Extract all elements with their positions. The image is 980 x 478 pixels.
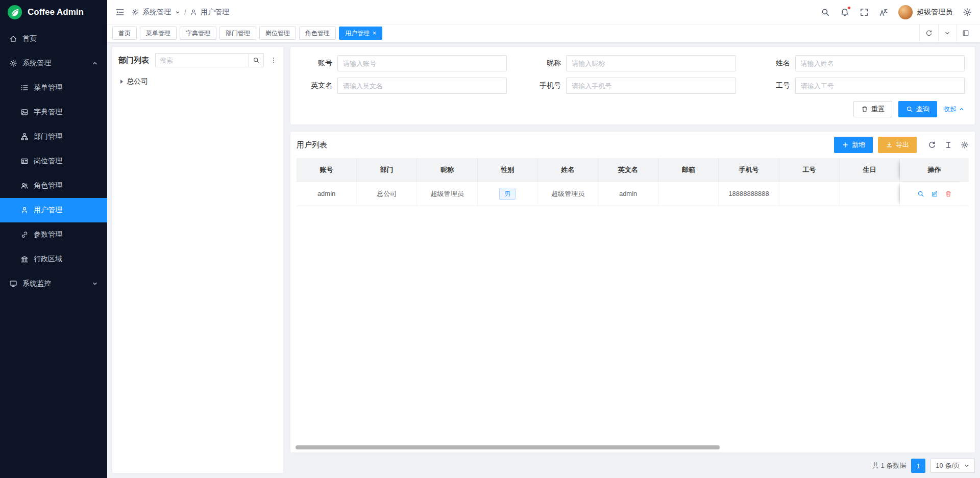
search-icon — [253, 57, 260, 64]
query-button-label: 查询 — [916, 105, 929, 114]
export-button[interactable]: 导出 — [878, 137, 917, 153]
add-user-button[interactable]: 新增 — [834, 137, 873, 153]
chevron-up-icon — [959, 106, 965, 112]
sidebar-menu: 首页 系统管理 菜单管理 字典管理 部门管理 — [0, 24, 107, 478]
breadcrumb-section[interactable]: 系统管理 — [142, 8, 171, 17]
caret-right-icon[interactable] — [120, 80, 123, 84]
app-root: Coffee Admin 首页 系统管理 菜单管理 字典管理 — [0, 0, 980, 478]
tab-department-management[interactable]: 部门管理 — [219, 27, 256, 40]
bank-icon — [20, 255, 29, 263]
sidebar-item-user-management[interactable]: 用户管理 — [0, 198, 107, 222]
cell-work-no — [779, 182, 840, 206]
refresh-icon[interactable] — [919, 24, 938, 42]
breadcrumb: 系统管理 / 用户管理 — [132, 8, 229, 17]
tab-menu-management[interactable]: 菜单管理 — [140, 27, 177, 40]
sidebar-item-label: 参数管理 — [34, 230, 62, 239]
cell-nickname: 超级管理员 — [417, 182, 477, 206]
user-table-card: 用户列表 新增 导出 — [290, 132, 975, 452]
form-actions: 重置 查询 收起 — [301, 101, 965, 117]
more-options-icon[interactable] — [270, 57, 277, 64]
field-label: 手机号 — [529, 81, 561, 90]
density-icon[interactable] — [944, 141, 952, 149]
form-item-phone: 手机号 — [529, 78, 736, 94]
fullscreen-icon[interactable] — [860, 8, 869, 17]
tab-role-management[interactable]: 角色管理 — [299, 27, 336, 40]
page-number-button[interactable]: 1 — [911, 459, 925, 473]
department-search — [155, 53, 264, 67]
sidebar-item-system-management[interactable]: 系统管理 — [0, 51, 107, 76]
sidebar-item-label: 首页 — [22, 34, 37, 43]
sidebar-item-administrative-region[interactable]: 行政区域 — [0, 247, 107, 271]
cell-email — [658, 182, 719, 206]
edit-icon[interactable] — [931, 190, 938, 197]
sidebar-item-role-management[interactable]: 角色管理 — [0, 173, 107, 198]
coffee-logo-icon — [7, 5, 22, 20]
tab-dictionary-management[interactable]: 字典管理 — [180, 27, 216, 40]
chevron-down-icon — [92, 281, 98, 287]
delete-icon[interactable] — [945, 190, 952, 197]
page-size-value: 10 条/页 — [936, 461, 960, 470]
tab-label: 首页 — [118, 29, 131, 38]
account-input[interactable] — [337, 55, 507, 71]
sidebar-item-system-monitor[interactable]: 系统监控 — [0, 271, 107, 296]
notification-bell-icon[interactable] — [840, 8, 849, 17]
view-details-icon[interactable] — [917, 190, 924, 197]
sidebar-item-label: 部门管理 — [34, 132, 62, 141]
page-size-select[interactable]: 10 条/页 — [930, 459, 975, 473]
cell-department: 总公司 — [357, 182, 417, 206]
settings-gear-icon[interactable] — [963, 8, 972, 17]
cell-operations — [900, 182, 969, 206]
cell-birthday — [840, 182, 900, 206]
sidebar-item-label: 岗位管理 — [34, 157, 62, 166]
sidebar-item-department-management[interactable]: 部门管理 — [0, 124, 107, 149]
horizontal-scrollbar[interactable] — [296, 445, 720, 449]
cell-name: 超级管理员 — [538, 182, 598, 206]
search-icon[interactable] — [821, 8, 830, 17]
name-input[interactable] — [795, 55, 965, 71]
query-button[interactable]: 查询 — [898, 101, 937, 117]
sidebar-item-post-management[interactable]: 岗位管理 — [0, 149, 107, 173]
nickname-input[interactable] — [566, 55, 736, 71]
tab-label: 部门管理 — [226, 29, 250, 38]
department-panel-header: 部门列表 — [118, 53, 277, 67]
tab-home[interactable]: 首页 — [112, 27, 137, 40]
gear-icon — [9, 59, 17, 67]
department-search-input[interactable] — [155, 53, 249, 67]
collapse-link[interactable]: 收起 — [943, 105, 965, 114]
department-panel-title: 部门列表 — [118, 56, 149, 65]
tree-node-head-office[interactable]: 总公司 — [118, 74, 277, 89]
user-icon — [20, 206, 29, 214]
tab-post-management[interactable]: 岗位管理 — [259, 27, 296, 40]
translate-icon[interactable] — [879, 8, 888, 17]
sidebar-item-menu-management[interactable]: 菜单管理 — [0, 76, 107, 100]
tab-close-icon[interactable]: × — [373, 30, 376, 36]
sidebar-item-home[interactable]: 首页 — [0, 27, 107, 51]
sidebar-collapse-icon[interactable] — [115, 8, 125, 17]
phone-input[interactable] — [566, 78, 736, 94]
sidebar-item-dictionary-management[interactable]: 字典管理 — [0, 100, 107, 124]
table-row[interactable]: admin 总公司 超级管理员 男 超级管理员 admin 1888888888… — [297, 182, 969, 206]
english-name-input[interactable] — [337, 78, 507, 94]
cell-english-name: admin — [598, 182, 658, 206]
reset-button[interactable]: 重置 — [853, 101, 892, 117]
tab-options-chevron-icon[interactable] — [938, 24, 956, 42]
work-no-input[interactable] — [795, 78, 965, 94]
layout-expand-icon[interactable] — [956, 24, 975, 42]
column-settings-gear-icon[interactable] — [961, 141, 969, 149]
field-label: 姓名 — [758, 59, 790, 68]
refresh-icon[interactable] — [928, 141, 936, 149]
tab-user-management[interactable]: 用户管理 × — [339, 27, 382, 40]
department-search-button[interactable] — [249, 53, 264, 67]
dictionary-icon — [20, 108, 29, 116]
user-icon — [190, 9, 197, 16]
right-column: 账号 昵称 姓名 英文名 — [290, 47, 975, 473]
user-menu[interactable]: 超级管理员 — [898, 5, 952, 19]
field-label: 英文名 — [301, 81, 332, 90]
collapse-link-label: 收起 — [943, 105, 957, 114]
table-title: 用户列表 — [297, 140, 327, 150]
column-header-email: 邮箱 — [658, 158, 719, 182]
sidebar-item-parameter-management[interactable]: 参数管理 — [0, 222, 107, 247]
app-logo: Coffee Admin — [0, 0, 107, 24]
column-header-nickname: 昵称 — [417, 158, 477, 182]
chevron-down-icon — [964, 463, 970, 469]
